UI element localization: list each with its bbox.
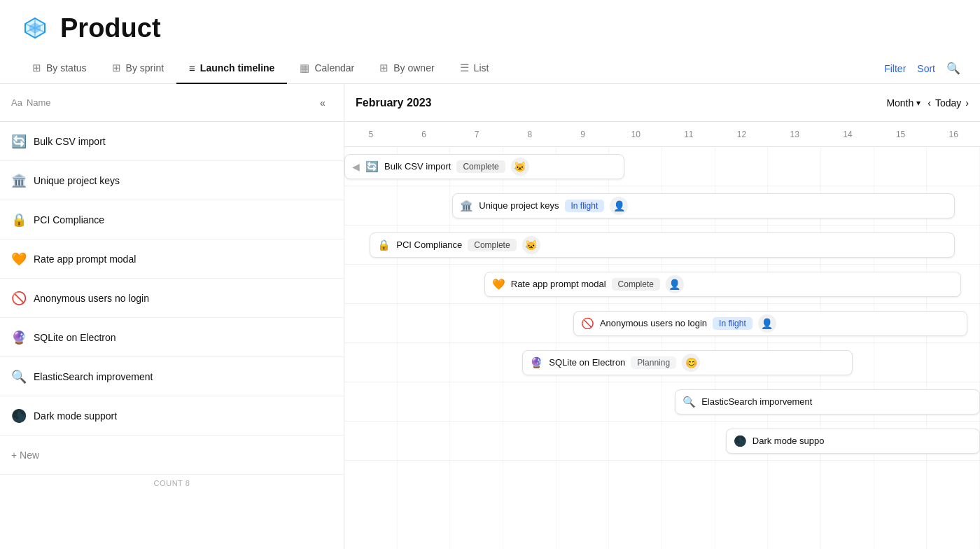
nav-tabs: ⊞ By status ⊞ By sprint ≡ Launch timelin… xyxy=(0,53,980,84)
bar-rate-app-icon: 🧡 xyxy=(492,278,505,291)
date-cell: 14 xyxy=(821,130,874,139)
timeline-body: ◀ 🔄 Bulk CSV import Complete 🐱 🏛️ Unique… xyxy=(344,147,980,549)
table-icon: ⊞ xyxy=(112,62,121,74)
status-badge-inflight: In flight xyxy=(565,200,605,212)
list-item[interactable]: 🔮 SQLite on Electron xyxy=(0,318,344,357)
elasticsearch-icon: 🔍 xyxy=(11,369,27,384)
list-item[interactable]: 🧡 Rate app prompt modal xyxy=(0,239,344,279)
date-cell: 13 xyxy=(768,130,821,139)
timeline-row: 🔒 PCI Compliance Complete 🐱 xyxy=(344,225,980,265)
timeline-row: 🔮 SQLite on Electron Planning 😊 xyxy=(344,343,980,382)
back-arrow-icon: ◀ xyxy=(352,161,360,172)
avatar: 🐱 xyxy=(511,158,529,176)
timeline-bar-sqlite[interactable]: 🔮 SQLite on Electron Planning 😊 xyxy=(522,350,853,375)
unique-project-icon: 🏛️ xyxy=(11,173,27,188)
dark-mode-icon: 🌑 xyxy=(11,408,27,424)
tab-launch-timeline[interactable]: ≡ Launch timeline xyxy=(176,54,287,84)
left-panel-header: Aa Name « xyxy=(0,84,344,122)
date-cell: 15 xyxy=(874,130,927,139)
timeline-icon: ≡ xyxy=(189,62,195,74)
date-cell: 11 xyxy=(662,130,715,139)
avatar: 👤 xyxy=(666,275,684,293)
list-item[interactable]: 🔄 Bulk CSV import xyxy=(0,122,344,161)
date-cell: 5 xyxy=(344,130,398,139)
timeline-row: 🌑 Dark mode suppo xyxy=(344,422,980,461)
nav-actions: Filter Sort 🔍 xyxy=(884,62,960,75)
list-icon: ☰ xyxy=(460,62,469,74)
anonymous-icon: 🚫 xyxy=(11,291,27,306)
timeline-row: 🧡 Rate app prompt modal Complete 👤 xyxy=(344,265,980,304)
aa-label: Aa xyxy=(11,97,22,108)
bar-bulk-csv-icon: 🔄 xyxy=(365,160,379,173)
timeline-row: ◀ 🔄 Bulk CSV import Complete 🐱 xyxy=(344,147,980,186)
prev-nav-icon[interactable]: ‹ xyxy=(927,97,931,109)
tab-list[interactable]: ☰ List xyxy=(447,53,502,84)
list-item[interactable]: 🔍 ElasticSearch improvement xyxy=(0,357,344,396)
status-badge-planning: Planning xyxy=(631,356,676,369)
search-icon[interactable]: 🔍 xyxy=(946,62,960,75)
status-badge-complete: Complete xyxy=(456,160,505,173)
bar-dark-mode-icon: 🌑 xyxy=(734,435,747,447)
timeline-bar-rate-app[interactable]: 🧡 Rate app prompt modal Complete 👤 xyxy=(484,272,961,297)
tab-by-sprint[interactable]: ⊞ By sprint xyxy=(99,53,176,84)
date-cell: 8 xyxy=(503,130,556,139)
timeline-date-row: 5 6 7 8 9 10 11 12 13 14 15 16 xyxy=(344,122,980,147)
list-item[interactable]: 🔒 PCI Compliance xyxy=(0,200,344,239)
timeline-month-label: February 2023 xyxy=(356,97,432,109)
tab-calendar[interactable]: ▦ Calendar xyxy=(287,53,367,84)
table-icon: ⊞ xyxy=(32,62,41,74)
filter-button[interactable]: Filter xyxy=(884,63,906,74)
right-panel: February 2023 Month ▾ ‹ Today › 5 6 7 8 … xyxy=(344,84,980,549)
name-column-header: Aa Name xyxy=(11,97,51,108)
list-item[interactable]: 🚫 Anonymous users no login xyxy=(0,279,344,318)
bar-anonymous-icon: 🚫 xyxy=(581,317,594,330)
date-cell: 9 xyxy=(556,130,610,139)
app-header: Product xyxy=(0,0,980,53)
page-title: Product xyxy=(60,13,161,43)
bar-unique-keys-icon: 🏛️ xyxy=(460,200,473,212)
owner-icon: ⊞ xyxy=(379,62,388,74)
left-rows-list: 🔄 Bulk CSV import 🏛️ Unique project keys… xyxy=(0,122,344,549)
pci-icon: 🔒 xyxy=(11,212,27,228)
sort-button[interactable]: Sort xyxy=(917,63,935,74)
month-selector[interactable]: Month ▾ xyxy=(886,97,920,109)
timeline-container: Aa Name « 🔄 Bulk CSV import 🏛️ Unique pr… xyxy=(0,84,980,549)
avatar: 😊 xyxy=(682,354,700,372)
status-badge-complete: Complete xyxy=(468,239,516,251)
next-nav-icon[interactable]: › xyxy=(965,97,969,109)
calendar-icon: ▦ xyxy=(300,62,309,74)
timeline-bar-anonymous[interactable]: 🚫 Anonymous users no login In flight 👤 xyxy=(573,311,967,336)
date-cell: 10 xyxy=(609,130,662,139)
status-badge-inflight: In flight xyxy=(713,317,752,330)
tab-by-status[interactable]: ⊞ By status xyxy=(20,53,99,84)
product-logo-icon xyxy=(20,13,50,43)
timeline-bar-bulk-csv[interactable]: ◀ 🔄 Bulk CSV import Complete 🐱 xyxy=(344,154,624,179)
rate-app-icon: 🧡 xyxy=(11,251,27,267)
list-item[interactable]: 🏛️ Unique project keys xyxy=(0,161,344,200)
tab-by-owner[interactable]: ⊞ By owner xyxy=(367,53,447,84)
timeline-row: 🔍 ElasticSearch imporvement xyxy=(344,382,980,422)
bar-sqlite-icon: 🔮 xyxy=(530,356,543,369)
date-cell: 7 xyxy=(450,130,503,139)
collapse-button[interactable]: « xyxy=(313,93,332,113)
avatar: 👤 xyxy=(610,197,628,215)
bar-elasticsearch-icon: 🔍 xyxy=(682,396,696,408)
timeline-bar-pci[interactable]: 🔒 PCI Compliance Complete 🐱 xyxy=(370,232,954,258)
date-cell: 6 xyxy=(398,130,451,139)
avatar: 🐱 xyxy=(522,236,540,254)
date-cell: 12 xyxy=(715,130,769,139)
timeline-row: 🚫 Anonymous users no login In flight 👤 xyxy=(344,304,980,343)
sqlite-icon: 🔮 xyxy=(11,330,27,345)
timeline-bar-dark-mode[interactable]: 🌑 Dark mode suppo xyxy=(726,429,980,454)
new-item-button[interactable]: + New xyxy=(0,436,344,475)
chevron-down-icon: ▾ xyxy=(916,98,920,108)
timeline-bar-unique-keys[interactable]: 🏛️ Unique project keys In flight 👤 xyxy=(452,193,954,218)
left-panel: Aa Name « 🔄 Bulk CSV import 🏛️ Unique pr… xyxy=(0,84,344,549)
today-nav-group: ‹ Today › xyxy=(927,97,969,109)
timeline-bar-elasticsearch[interactable]: 🔍 ElasticSearch imporvement xyxy=(675,389,980,415)
list-item[interactable]: 🌑 Dark mode support xyxy=(0,396,344,436)
status-badge-complete: Complete xyxy=(612,278,660,291)
bar-pci-icon: 🔒 xyxy=(377,239,391,251)
name-label: Name xyxy=(27,97,51,108)
bulk-csv-icon: 🔄 xyxy=(11,134,27,149)
